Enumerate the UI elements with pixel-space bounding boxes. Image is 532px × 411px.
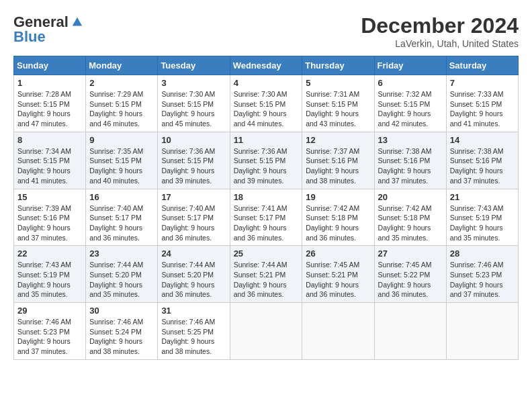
day-info: Sunrise: 7:35 AM Sunset: 5:15 PM Dayligh… — [89, 146, 154, 186]
day-info: Sunrise: 7:38 AM Sunset: 5:16 PM Dayligh… — [378, 146, 443, 186]
calendar-table: SundayMondayTuesdayWednesdayThursdayFrid… — [13, 56, 519, 360]
day-number: 18 — [234, 192, 299, 202]
day-info: Sunrise: 7:42 AM Sunset: 5:18 PM Dayligh… — [306, 203, 370, 243]
day-number: 29 — [17, 306, 82, 316]
calendar-cell: 13 Sunrise: 7:38 AM Sunset: 5:16 PM Dayl… — [374, 132, 446, 189]
day-number: 17 — [161, 192, 226, 202]
day-info: Sunrise: 7:40 AM Sunset: 5:17 PM Dayligh… — [161, 203, 226, 243]
calendar-cell: 7 Sunrise: 7:33 AM Sunset: 5:15 PM Dayli… — [446, 75, 518, 132]
day-number: 21 — [450, 192, 515, 202]
calendar-cell: 20 Sunrise: 7:42 AM Sunset: 5:18 PM Dayl… — [374, 189, 446, 246]
calendar-cell: 29 Sunrise: 7:46 AM Sunset: 5:23 PM Dayl… — [14, 303, 86, 360]
day-info: Sunrise: 7:44 AM Sunset: 5:20 PM Dayligh… — [161, 260, 226, 300]
logo: General Blue — [13, 13, 83, 46]
calendar-cell: 1 Sunrise: 7:28 AM Sunset: 5:15 PM Dayli… — [14, 75, 86, 132]
day-number: 30 — [89, 306, 154, 316]
day-info: Sunrise: 7:37 AM Sunset: 5:16 PM Dayligh… — [306, 146, 370, 186]
day-number: 4 — [234, 78, 299, 88]
day-number: 20 — [378, 192, 443, 202]
logo-text-blue: Blue — [13, 28, 46, 46]
day-info: Sunrise: 7:41 AM Sunset: 5:17 PM Dayligh… — [234, 203, 299, 243]
day-info: Sunrise: 7:36 AM Sunset: 5:15 PM Dayligh… — [161, 146, 226, 186]
day-info: Sunrise: 7:40 AM Sunset: 5:17 PM Dayligh… — [89, 203, 154, 243]
week-row-3: 15 Sunrise: 7:39 AM Sunset: 5:16 PM Dayl… — [14, 189, 519, 246]
calendar-cell: 8 Sunrise: 7:34 AM Sunset: 5:15 PM Dayli… — [14, 132, 86, 189]
day-info: Sunrise: 7:46 AM Sunset: 5:24 PM Dayligh… — [89, 317, 154, 357]
calendar-cell: 19 Sunrise: 7:42 AM Sunset: 5:18 PM Dayl… — [302, 189, 374, 246]
month-title: December 2024 — [361, 13, 519, 38]
page-header: General Blue December 2024 LaVerkin, Uta… — [13, 13, 519, 49]
day-info: Sunrise: 7:39 AM Sunset: 5:16 PM Dayligh… — [17, 203, 82, 243]
day-number: 15 — [17, 192, 82, 202]
day-number: 9 — [89, 135, 154, 145]
weekday-sunday: Sunday — [14, 56, 86, 75]
location-title: LaVerkin, Utah, United States — [361, 38, 519, 49]
day-number: 24 — [161, 248, 226, 259]
title-area: December 2024 LaVerkin, Utah, United Sta… — [361, 13, 519, 49]
day-info: Sunrise: 7:32 AM Sunset: 5:15 PM Dayligh… — [378, 89, 443, 129]
calendar-cell: 6 Sunrise: 7:32 AM Sunset: 5:15 PM Dayli… — [374, 75, 446, 132]
day-number: 13 — [378, 135, 443, 145]
day-info: Sunrise: 7:43 AM Sunset: 5:19 PM Dayligh… — [450, 203, 515, 243]
calendar-cell: 12 Sunrise: 7:37 AM Sunset: 5:16 PM Dayl… — [302, 132, 374, 189]
calendar-cell: 15 Sunrise: 7:39 AM Sunset: 5:16 PM Dayl… — [14, 189, 86, 246]
calendar-cell: 23 Sunrise: 7:44 AM Sunset: 5:20 PM Dayl… — [86, 246, 158, 303]
calendar-cell: 2 Sunrise: 7:29 AM Sunset: 5:15 PM Dayli… — [86, 75, 158, 132]
calendar-cell: 27 Sunrise: 7:45 AM Sunset: 5:22 PM Dayl… — [374, 246, 446, 303]
day-info: Sunrise: 7:28 AM Sunset: 5:15 PM Dayligh… — [17, 89, 82, 129]
day-number: 16 — [89, 192, 154, 202]
day-number: 23 — [89, 248, 154, 259]
calendar-cell — [446, 303, 518, 360]
day-info: Sunrise: 7:33 AM Sunset: 5:15 PM Dayligh… — [450, 89, 515, 129]
calendar-cell — [230, 303, 302, 360]
day-number: 12 — [306, 135, 370, 145]
day-number: 1 — [17, 78, 82, 88]
week-row-5: 29 Sunrise: 7:46 AM Sunset: 5:23 PM Dayl… — [14, 303, 519, 360]
day-info: Sunrise: 7:46 AM Sunset: 5:23 PM Dayligh… — [450, 260, 515, 300]
day-number: 25 — [234, 248, 299, 259]
calendar-cell: 28 Sunrise: 7:46 AM Sunset: 5:23 PM Dayl… — [446, 246, 518, 303]
week-row-2: 8 Sunrise: 7:34 AM Sunset: 5:15 PM Dayli… — [14, 132, 519, 189]
day-number: 31 — [161, 306, 226, 316]
calendar-cell: 31 Sunrise: 7:46 AM Sunset: 5:25 PM Dayl… — [158, 303, 230, 360]
calendar-body: 1 Sunrise: 7:28 AM Sunset: 5:15 PM Dayli… — [14, 75, 519, 360]
day-info: Sunrise: 7:44 AM Sunset: 5:21 PM Dayligh… — [234, 260, 299, 300]
day-number: 8 — [17, 135, 82, 145]
svg-marker-0 — [73, 17, 82, 26]
day-info: Sunrise: 7:30 AM Sunset: 5:15 PM Dayligh… — [161, 89, 226, 129]
calendar-cell — [302, 303, 374, 360]
calendar-cell: 18 Sunrise: 7:41 AM Sunset: 5:17 PM Dayl… — [230, 189, 302, 246]
day-number: 6 — [378, 78, 443, 88]
calendar-cell: 16 Sunrise: 7:40 AM Sunset: 5:17 PM Dayl… — [86, 189, 158, 246]
calendar-cell: 3 Sunrise: 7:30 AM Sunset: 5:15 PM Dayli… — [158, 75, 230, 132]
day-number: 7 — [450, 78, 515, 88]
day-info: Sunrise: 7:46 AM Sunset: 5:25 PM Dayligh… — [161, 317, 226, 357]
day-info: Sunrise: 7:42 AM Sunset: 5:18 PM Dayligh… — [378, 203, 443, 243]
calendar-cell: 14 Sunrise: 7:38 AM Sunset: 5:16 PM Dayl… — [446, 132, 518, 189]
day-number: 26 — [306, 248, 370, 259]
calendar-cell — [374, 303, 446, 360]
day-info: Sunrise: 7:36 AM Sunset: 5:15 PM Dayligh… — [234, 146, 299, 186]
calendar-cell: 10 Sunrise: 7:36 AM Sunset: 5:15 PM Dayl… — [158, 132, 230, 189]
calendar-cell: 4 Sunrise: 7:30 AM Sunset: 5:15 PM Dayli… — [230, 75, 302, 132]
calendar-cell: 11 Sunrise: 7:36 AM Sunset: 5:15 PM Dayl… — [230, 132, 302, 189]
day-info: Sunrise: 7:31 AM Sunset: 5:15 PM Dayligh… — [306, 89, 370, 129]
day-info: Sunrise: 7:38 AM Sunset: 5:16 PM Dayligh… — [450, 146, 515, 186]
weekday-friday: Friday — [374, 56, 446, 75]
day-number: 19 — [306, 192, 370, 202]
week-row-4: 22 Sunrise: 7:43 AM Sunset: 5:19 PM Dayl… — [14, 246, 519, 303]
calendar-cell: 9 Sunrise: 7:35 AM Sunset: 5:15 PM Dayli… — [86, 132, 158, 189]
day-info: Sunrise: 7:45 AM Sunset: 5:21 PM Dayligh… — [306, 260, 370, 300]
logo-icon — [71, 16, 83, 28]
day-number: 11 — [234, 135, 299, 145]
calendar-cell: 25 Sunrise: 7:44 AM Sunset: 5:21 PM Dayl… — [230, 246, 302, 303]
calendar-cell: 22 Sunrise: 7:43 AM Sunset: 5:19 PM Dayl… — [14, 246, 86, 303]
week-row-1: 1 Sunrise: 7:28 AM Sunset: 5:15 PM Dayli… — [14, 75, 519, 132]
day-info: Sunrise: 7:29 AM Sunset: 5:15 PM Dayligh… — [89, 89, 154, 129]
day-info: Sunrise: 7:46 AM Sunset: 5:23 PM Dayligh… — [17, 317, 82, 357]
weekday-saturday: Saturday — [446, 56, 518, 75]
calendar-cell: 26 Sunrise: 7:45 AM Sunset: 5:21 PM Dayl… — [302, 246, 374, 303]
weekday-header-row: SundayMondayTuesdayWednesdayThursdayFrid… — [14, 56, 519, 75]
day-number: 3 — [161, 78, 226, 88]
day-info: Sunrise: 7:44 AM Sunset: 5:20 PM Dayligh… — [89, 260, 154, 300]
